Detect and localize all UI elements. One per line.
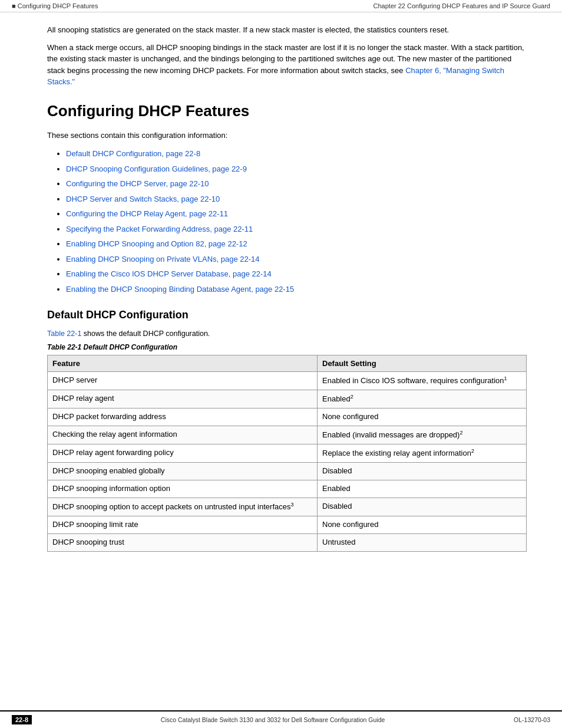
main-content: All snooping statistics are generated on… [0,12,562,710]
table-cell-setting: Enabled2 [318,390,527,408]
page-container: ■ Configuring DHCP Features Chapter 22 C… [0,0,562,728]
configuring-dhcp-intro: These sections contain this configuratio… [47,130,527,141]
table-row: Checking the relay agent informationEnab… [48,426,527,444]
table-row: DHCP snooping limit rateNone configured [48,516,527,534]
table-cell-feature: DHCP snooping trust [48,533,318,551]
page-footer: 22-8 Cisco Catalyst Blade Switch 3130 an… [0,710,562,728]
bullet-link[interactable]: Configuring the DHCP Server, page 22-10 [66,179,209,188]
list-item: DHCP Server and Switch Stacks, page 22-1… [66,193,527,205]
list-item: Specifying the Packet Forwarding Address… [66,223,527,235]
header-right: Chapter 22 Configuring DHCP Features and… [373,2,550,9]
table-row: DHCP packet forwarding addressNone confi… [48,409,527,426]
col-feature: Feature [48,355,318,371]
table-row: DHCP relay agentEnabled2 [48,390,527,408]
table-cell-setting: Enabled (invalid messages are dropped)2 [318,426,527,444]
footer-center-text: Cisco Catalyst Blade Switch 3130 and 303… [32,716,514,723]
table-cell-setting: Disabled [318,463,527,480]
table-cell-feature: DHCP relay agent forwarding policy [48,444,318,463]
list-item: Enabling DHCP Snooping on Private VLANs,… [66,253,527,265]
bullet-link[interactable]: Configuring the DHCP Relay Agent, page 2… [66,209,228,218]
table-row: DHCP snooping option to accept packets o… [48,498,527,516]
table-cell-feature: DHCP snooping limit rate [48,516,318,534]
footer-left: 22-8 [12,715,32,724]
col-setting: Default Setting [318,355,527,371]
bullet-link[interactable]: Enabling DHCP Snooping on Private VLANs,… [66,255,260,263]
table-cell-setting: Enabled in Cisco IOS software, requires … [318,371,527,390]
default-dhcp-heading: Default DHCP Configuration [47,309,527,321]
list-item: Enabling the DHCP Snooping Binding Datab… [66,284,527,295]
bullet-link[interactable]: Enabling the Cisco IOS DHCP Server Datab… [66,269,272,278]
table-cell-setting: None configured [318,409,527,426]
page-number: 22-8 [12,715,32,724]
page-header: ■ Configuring DHCP Features Chapter 22 C… [0,0,562,12]
table-cell-feature: DHCP snooping option to accept packets o… [48,498,318,516]
list-item: Default DHCP Configuration, page 22-8 [66,148,527,160]
table-cell-setting: Untrusted [318,533,527,551]
table-row: DHCP serverEnabled in Cisco IOS software… [48,371,527,390]
bullet-link[interactable]: Enabling the DHCP Snooping Binding Datab… [66,285,294,294]
intro-para2: When a stack merge occurs, all DHCP snoo… [47,42,527,88]
bullet-link[interactable]: DHCP Snooping Configuration Guidelines, … [66,164,247,173]
table-caption-end: shows the default DHCP configuration. [81,330,210,338]
table-cell-setting: Replace the existing relay agent informa… [318,444,527,463]
list-item: Configuring the DHCP Relay Agent, page 2… [66,208,527,220]
list-item: Configuring the DHCP Server, page 22-10 [66,178,527,190]
bullet-link[interactable]: Specifying the Packet Forwarding Address… [66,225,253,233]
table-row: DHCP snooping information optionEnabled [48,480,527,498]
table-label: Table 22-1 Default DHCP Configuration [47,343,527,351]
table-cell-setting: Disabled [318,498,527,516]
table-row: DHCP snooping enabled globallyDisabled [48,463,527,480]
list-item: Enabling DHCP Snooping and Option 82, pa… [66,238,527,250]
table-cell-setting: Enabled [318,480,527,498]
header-left: ■ Configuring DHCP Features [12,2,98,9]
table-cell-feature: DHCP relay agent [48,390,318,408]
list-item: DHCP Snooping Configuration Guidelines, … [66,163,527,175]
table-caption: Table 22-1 shows the default DHCP config… [47,328,527,340]
bullet-link[interactable]: Enabling DHCP Snooping and Option 82, pa… [66,239,247,248]
bullet-link[interactable]: Default DHCP Configuration, page 22-8 [66,149,200,158]
table-cell-setting: None configured [318,516,527,534]
table-cell-feature: DHCP snooping enabled globally [48,463,318,480]
table-row: DHCP snooping trustUntrusted [48,533,527,551]
bullet-link[interactable]: DHCP Server and Switch Stacks, page 22-1… [66,195,220,203]
table-header-row: Feature Default Setting [48,355,527,371]
table-cell-feature: DHCP server [48,371,318,390]
table-cell-feature: DHCP packet forwarding address [48,409,318,426]
table-row: DHCP relay agent forwarding policyReplac… [48,444,527,463]
intro-section: All snooping statistics are generated on… [47,24,527,88]
default-dhcp-table: Feature Default Setting DHCP serverEnabl… [47,355,527,552]
table-cell-feature: Checking the relay agent information [48,426,318,444]
intro-para1: All snooping statistics are generated on… [47,24,527,36]
table-cell-feature: DHCP snooping information option [48,480,318,498]
footer-right-text: OL-13270-03 [514,716,550,723]
table-ref-link[interactable]: Table 22-1 [47,330,81,338]
list-item: Enabling the Cisco IOS DHCP Server Datab… [66,268,527,280]
section-bullet-list: Default DHCP Configuration, page 22-8DHC… [66,148,527,295]
configuring-dhcp-heading: Configuring DHCP Features [47,102,527,120]
